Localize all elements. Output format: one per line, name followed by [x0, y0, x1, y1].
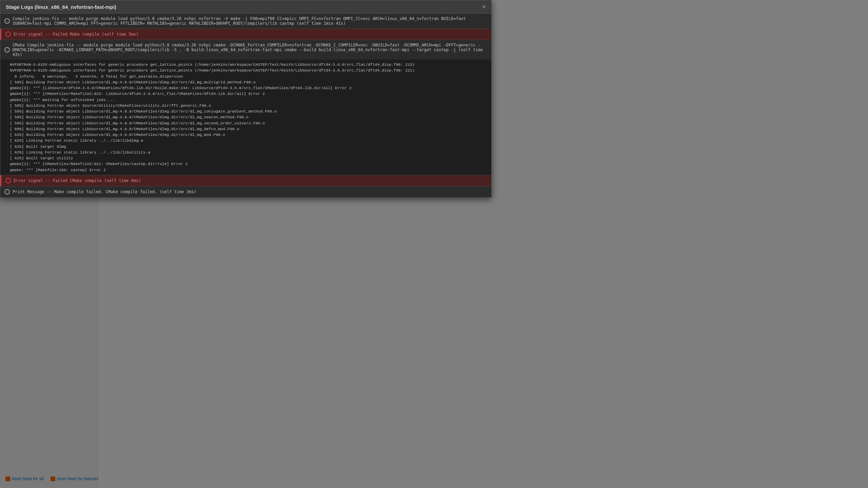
section-divider — [0, 197, 491, 198]
log-section-content-2: NVFORTRAN-S-0155-Ambiguous interfaces fo… — [0, 60, 491, 175]
log-section-title: Error signal -- Failed Make compile (sel… — [14, 32, 138, 37]
modal-body[interactable]: − Compile jenkins-fix -- module purge mo… — [0, 14, 491, 198]
log-section-title: Error signal -- Failed CMake compile (se… — [14, 178, 141, 183]
modal-title: Stage Logs (linux_x86_64_nvfortran-fast-… — [6, 4, 116, 10]
log-section-title: CMake Compile jenkins-fix -- module purg… — [13, 43, 487, 57]
log-section-header-2[interactable]: − CMake Compile jenkins-fix -- module pu… — [0, 40, 491, 60]
log-section-collapse-icon: − — [4, 189, 10, 195]
modal-overlay: Stage Logs (linux_x86_64_nvfortran-fast-… — [0, 0, 868, 488]
log-section-collapse-icon: − — [5, 32, 11, 37]
log-section-section-cmake: − CMake Compile jenkins-fix -- module pu… — [0, 40, 491, 175]
log-section-title: Print Message -- Make compile failed. CM… — [13, 189, 196, 194]
log-section-section-error-cmake: − Error signal -- Failed CMake compile (… — [0, 175, 491, 186]
log-section-header-1[interactable]: − Error signal -- Failed Make compile (s… — [0, 29, 491, 40]
log-section-header-4[interactable]: − Print Message -- Make compile failed. … — [0, 186, 491, 197]
log-section-section-error-make: − Error signal -- Failed Make compile (s… — [0, 29, 491, 40]
log-section-collapse-icon: − — [5, 178, 11, 183]
log-section-title: Compile jenkins-fix -- module purge modu… — [13, 16, 487, 26]
log-section-collapse-icon: − — [4, 18, 10, 24]
stage-logs-modal: Stage Logs (linux_x86_64_nvfortran-fast-… — [0, 0, 492, 198]
log-section-header-0[interactable]: − Compile jenkins-fix -- module purge mo… — [0, 14, 491, 28]
modal-close-button[interactable]: × — [482, 4, 486, 10]
log-section-collapse-icon: − — [4, 47, 10, 53]
log-section-section-print: − Print Message -- Make compile failed. … — [0, 186, 491, 198]
modal-header: Stage Logs (linux_x86_64_nvfortran-fast-… — [0, 0, 491, 14]
log-sections-container: − Compile jenkins-fix -- module purge mo… — [0, 14, 491, 198]
log-section-section-compile: − Compile jenkins-fix -- module purge mo… — [0, 14, 491, 29]
log-section-header-3[interactable]: − Error signal -- Failed CMake compile (… — [0, 175, 491, 186]
